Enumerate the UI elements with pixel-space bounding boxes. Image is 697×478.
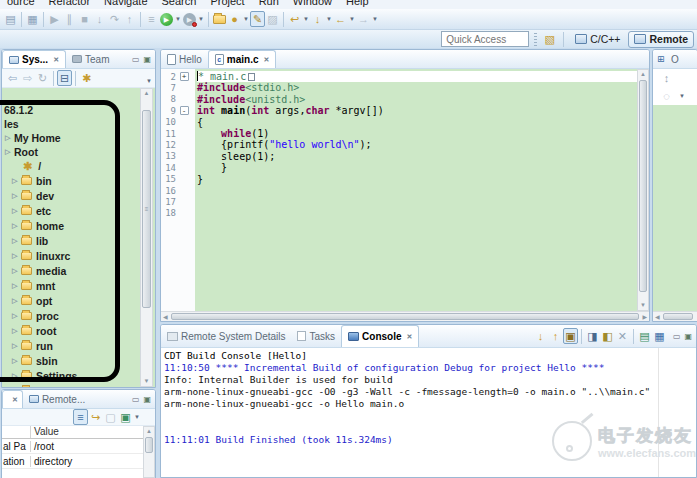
fold-toggle-icon[interactable]: -	[180, 106, 189, 115]
editor-hscrollbar[interactable]: ◀ ▶	[161, 311, 649, 321]
code-line-16[interactable]	[197, 185, 637, 196]
menu-project[interactable]: Project	[203, 0, 251, 4]
expand-arrow-icon[interactable]: ▷	[12, 207, 21, 215]
code-line-13[interactable]: sleep(1);	[197, 151, 637, 162]
last-edit-dropdown-icon[interactable]: ▼	[302, 11, 310, 28]
tab-properties[interactable]: ✕	[2, 390, 23, 408]
properties-scrollbar[interactable]: ▲	[143, 426, 155, 478]
code-line-15[interactable]: }	[197, 174, 637, 185]
search-dropdown-icon[interactable]: ▼	[242, 11, 250, 28]
search-icon[interactable]: ●	[227, 11, 242, 28]
maximize-icon[interactable]: ▣	[684, 332, 692, 341]
run-icon[interactable]: ▶	[159, 11, 174, 28]
code-line-14[interactable]: }	[197, 162, 637, 173]
tree-item-Root[interactable]: ▷Root	[2, 145, 155, 159]
scroll-down-arrow-icon[interactable]: ▼	[141, 377, 152, 386]
back-icon[interactable]: ←	[333, 11, 348, 28]
expand-arrow-icon[interactable]: ▷	[12, 357, 21, 365]
annotations-icon[interactable]: ▨	[265, 11, 280, 28]
tree-item-sys[interactable]: ▷sys	[2, 383, 155, 387]
minimize-icon[interactable]: ▭	[132, 395, 140, 404]
menu-refactor[interactable]: Refactor	[42, 0, 98, 4]
pin-console-icon[interactable]: ▣	[563, 328, 578, 344]
step-return-icon[interactable]: ↑	[122, 11, 137, 28]
expand-arrow-icon[interactable]: ▷	[12, 327, 21, 335]
goto-icon[interactable]: ↪	[88, 409, 103, 426]
property-row[interactable]: al Pa/root	[2, 439, 155, 454]
perspective-cpp-button[interactable]: C/C++	[570, 31, 625, 48]
scrollbar-thumb[interactable]	[145, 437, 153, 453]
back-history-icon[interactable]: ⇦	[5, 70, 20, 87]
tree-item-slash[interactable]: ✱/	[2, 159, 155, 173]
code-line-7[interactable]: #include<stdio.h>	[197, 82, 637, 93]
refresh-icon[interactable]: ↻	[35, 70, 50, 87]
console-output[interactable]: CDT Build Console [Hello] 11:10:50 **** …	[161, 348, 696, 477]
fold-toggle-icon[interactable]: +	[180, 72, 189, 81]
run-dropdown-icon[interactable]: ▼	[174, 11, 182, 28]
code-line-10[interactable]: {	[197, 117, 637, 128]
clear-console-icon[interactable]: ✕	[615, 328, 630, 345]
external-tools-dropdown-icon[interactable]: ▼	[197, 11, 205, 28]
tree-item-opt[interactable]: ▷opt	[2, 293, 155, 308]
tree-item-mnt[interactable]: ▷mnt	[2, 278, 155, 293]
close-icon[interactable]: ✕	[12, 396, 18, 404]
tab-hello[interactable]: Hello	[161, 50, 208, 68]
scroll-left-arrow-icon[interactable]: ◀	[163, 313, 168, 320]
new-icon[interactable]: ▤	[3, 11, 18, 28]
tab-remote-system-details[interactable]: Remote System Details	[161, 325, 291, 347]
view-menu-icon[interactable]: ▼	[145, 72, 153, 89]
tab-remote-systems[interactable]: Sys... ✕	[2, 50, 66, 68]
next-annotation-icon[interactable]: ↓	[310, 11, 325, 28]
expand-arrow-icon[interactable]: ▷	[12, 237, 21, 245]
tree-item-Settings[interactable]: ▷Settings	[2, 368, 155, 383]
step-into-icon[interactable]: ↓	[92, 11, 107, 28]
table-view-icon[interactable]: ▢	[103, 409, 118, 426]
expand-arrow-icon[interactable]: ▷	[12, 222, 21, 230]
tab-team[interactable]: Team	[66, 50, 115, 68]
code-line-2[interactable]: * main.c	[197, 71, 637, 82]
expand-arrow-icon[interactable]: ▷	[12, 267, 21, 275]
property-column-header[interactable]	[2, 426, 31, 438]
profile-icon[interactable]: ≡	[144, 11, 159, 28]
forward-history-icon[interactable]: ⇨	[20, 70, 35, 87]
quick-access-input[interactable]	[441, 31, 529, 47]
tree-item-etc[interactable]: ▷etc	[2, 203, 155, 218]
editor-vscrollbar[interactable]: ▲ ▼	[637, 69, 649, 311]
minimize-icon[interactable]: ▭	[132, 55, 140, 64]
code-line-11[interactable]: while(1)	[197, 128, 637, 139]
tree-item-run[interactable]: ▷run	[2, 338, 155, 353]
menu-search[interactable]: Search	[155, 0, 204, 4]
forward-dropdown-icon[interactable]: ▼	[371, 11, 379, 28]
tree-item-les[interactable]: les	[2, 117, 155, 131]
view-menu-icon[interactable]: ▼	[133, 409, 141, 426]
tree-item-MyHome[interactable]: ▷My Home	[2, 131, 155, 145]
suspend-icon[interactable]: ∥	[62, 11, 77, 28]
code-line-12[interactable]: {printf("hello world\n");	[197, 139, 637, 150]
maximize-icon[interactable]: ▣	[143, 395, 151, 404]
property-row[interactable]: ationdirectory	[2, 454, 155, 469]
code-line-9[interactable]: int main(int args,char *argv[])	[197, 105, 637, 116]
properties-table-header[interactable]: Value	[2, 426, 155, 439]
collapse-all-icon[interactable]: ⊟	[57, 70, 72, 86]
outline-menu-icon[interactable]: ▼	[678, 88, 686, 105]
code-area[interactable]: * main.c#include<stdio.h>#include<unistd…	[195, 69, 637, 311]
tree-item-linuxrc[interactable]: ▷linuxrc	[2, 248, 155, 263]
value-column-header[interactable]: Value	[31, 426, 59, 438]
close-icon[interactable]: ✕	[407, 333, 413, 341]
tab-tasks[interactable]: Tasks	[291, 325, 341, 347]
scroll-up-arrow-icon[interactable]: ▲	[638, 70, 648, 79]
scrollbar-thumb[interactable]	[639, 80, 647, 292]
tree-item-root[interactable]: ▷root	[2, 323, 155, 338]
terminate-icon[interactable]: ■	[77, 11, 92, 28]
menu-ource[interactable]: ource	[0, 0, 42, 4]
resume-icon[interactable]: ▶	[47, 11, 62, 28]
tree-item-6812[interactable]: 68.1.2	[2, 103, 155, 117]
show-console-icon[interactable]: ◨	[585, 328, 600, 345]
scroll-right-arrow-icon[interactable]: ▶	[642, 313, 647, 320]
expand-arrow-icon[interactable]: ▷	[12, 387, 21, 388]
close-icon[interactable]: ✕	[263, 56, 269, 64]
tab-console[interactable]: Console ✕	[341, 325, 419, 347]
tree-view-icon[interactable]: ≡	[73, 409, 88, 425]
menu-help[interactable]: Help	[339, 0, 376, 4]
lock-console-icon[interactable]: ◧	[600, 328, 615, 345]
